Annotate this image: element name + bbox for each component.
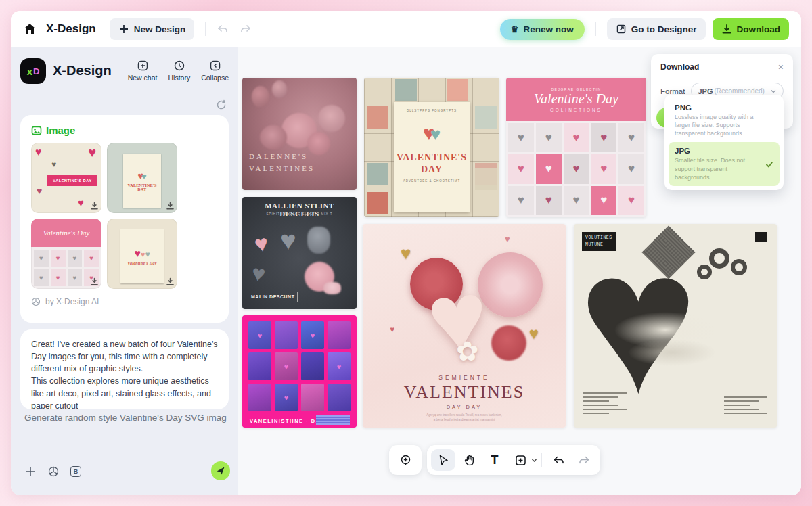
history-icon <box>173 60 185 72</box>
collapse-icon <box>209 60 221 72</box>
new-chat-label: New chat <box>128 74 158 82</box>
canvas-image-volutines[interactable]: ♥ VOLUTINES MUTUNE <box>574 224 777 428</box>
composer-actions: B <box>24 465 81 478</box>
attribution-text: by X-Design AI <box>45 297 99 306</box>
decorative-stripes <box>316 415 350 425</box>
thumb-download-icon[interactable] <box>166 202 175 210</box>
option-name: JPG <box>675 147 773 155</box>
canvas-image-dalennes[interactable]: DALENNE'S VALENTINES <box>242 78 357 190</box>
undo-icon[interactable] <box>217 23 229 35</box>
globe-icon <box>31 297 41 306</box>
image-kicker: SEMIENTE <box>363 374 566 381</box>
collapse-button[interactable]: Collapse <box>201 60 229 82</box>
external-link-icon <box>616 24 627 34</box>
thumbnail-4[interactable]: ♥♥♥ Valentine's Day <box>107 218 177 289</box>
option-description: Smaller file size. Does not support tran… <box>675 156 773 181</box>
text-tool-icon: T <box>491 453 499 467</box>
renew-label: Renew now <box>523 24 573 34</box>
download-icon <box>721 24 732 34</box>
thumbnail-1[interactable]: ♥ ♥ ♥ ♥ ♥ VALENTINE'S DAY <box>31 143 102 213</box>
download-label: Download <box>737 24 781 34</box>
xdesign-logo: xD <box>20 58 46 84</box>
image-subtitle: DAY DAY <box>363 404 566 410</box>
new-design-button[interactable]: New Design <box>110 18 195 40</box>
message-paragraph-2: This collection explores more unique aes… <box>31 375 218 409</box>
thumbnail-3[interactable]: Valentine's Day ♥♥♥♥♥♥♥♥ <box>31 218 102 289</box>
thumb2-caption: VALENTINE'S DAY <box>123 183 161 191</box>
new-chat-button[interactable]: New chat <box>128 60 158 82</box>
refresh-icon[interactable] <box>215 99 227 111</box>
collection-tiles: ♥♥♥♥♥♥♥♥♥♥♥♥♥♥♥ <box>506 121 646 217</box>
image-kicker: DLLSYPFPS FONGRYPTS <box>407 109 457 112</box>
go-to-designer-button[interactable]: Go to Designer <box>607 18 706 40</box>
sidebar-brand: X-Design <box>53 63 128 78</box>
home-icon[interactable] <box>23 22 37 36</box>
thumb3-caption: Valentine's Day <box>43 229 90 237</box>
image-banner: VANELINISTIINE · DAY <box>250 418 324 424</box>
image-title: VALENTINE'S DAY <box>397 152 467 175</box>
message-paragraph-1: Great! I've created a new batch of four … <box>31 338 218 375</box>
format-option-jpg[interactable]: JPG Smaller file size. Does not support … <box>669 142 780 185</box>
canvas-image-vanelinistiine[interactable]: ♥ ♥ ♥ ♥ ♥ VANELINISTIINE · DAY <box>242 315 357 428</box>
micro-text-left <box>583 392 627 417</box>
renew-now-button[interactable]: ♛ Renew now <box>500 19 585 40</box>
undo-tool[interactable] <box>546 449 570 471</box>
image-subtitle: ADVENTDEE & CHODTSTIMT <box>403 179 461 183</box>
topbar-brand: X-Design <box>46 22 96 36</box>
download-button[interactable]: Download <box>713 18 790 40</box>
hand-tool[interactable] <box>457 449 481 471</box>
corner-mark <box>755 232 767 242</box>
close-icon[interactable]: × <box>778 62 784 72</box>
micro-text-right <box>724 396 767 417</box>
format-value: JPG <box>698 87 713 95</box>
thumbnail-2[interactable]: ♥♥ VALENTINE'S DAY <box>107 143 177 213</box>
image-subtitle: COLINETIONS <box>550 108 602 112</box>
image-title: DALENNE'S VALENTINES <box>249 150 315 175</box>
zoom-target-icon <box>399 454 412 467</box>
app-window: X-Design New Design ♛ Renew now Go to De… <box>11 11 801 495</box>
canvas-image-mallien[interactable]: MALLIEN STLINT DESCLEIS SPIHIT I PLEASE … <box>242 197 357 309</box>
undo-icon <box>552 454 565 467</box>
thumb-download-icon[interactable] <box>90 202 99 210</box>
format-label: Format <box>660 87 685 95</box>
prompt-input[interactable] <box>24 413 227 423</box>
image-result-card: Image ♥ ♥ ♥ ♥ ♥ VALENTINE'S DAY ♥♥ VALEN… <box>20 115 229 323</box>
brand-kit-icon[interactable]: B <box>70 466 81 477</box>
format-option-png[interactable]: PNG Lossless image quality with a larger… <box>669 99 780 142</box>
image-caption: MALIN DESCUNT <box>248 292 298 303</box>
chevron-down-icon[interactable] <box>531 457 537 463</box>
canvas-image-valentines-stamps[interactable]: DLLSYPFPS FONGRYPTS ♥♥ VALENTINE'S DAY A… <box>364 78 499 217</box>
thumbnail-grid: ♥ ♥ ♥ ♥ ♥ VALENTINE'S DAY ♥♥ VALENTINE'S… <box>31 143 218 289</box>
redo-icon[interactable] <box>240 23 252 35</box>
attribution-row: by X-Design AI <box>31 297 218 306</box>
hand-icon <box>463 454 476 467</box>
insert-tool[interactable] <box>508 449 533 471</box>
send-button[interactable] <box>211 461 230 480</box>
sphere-icon[interactable] <box>47 465 60 478</box>
send-icon <box>216 466 225 476</box>
chevron-down-icon <box>770 88 777 95</box>
thumb-download-icon[interactable] <box>166 277 175 286</box>
thumb-download-icon[interactable] <box>90 277 99 286</box>
check-icon <box>765 160 773 168</box>
text-tool[interactable]: T <box>482 449 507 471</box>
add-attachment-icon[interactable] <box>24 465 37 478</box>
image-title: Valentine's Day <box>534 91 618 107</box>
canvas-image-semiente[interactable]: ♥ ♥ ♥ ♥ ♥ ✿ SEMIENTE VALENTINES DAY DAY … <box>363 224 566 428</box>
cursor-icon <box>437 454 450 467</box>
image-icon <box>31 125 42 136</box>
crown-icon: ♛ <box>511 24 519 34</box>
history-button[interactable]: History <box>168 60 190 82</box>
option-description: Lossless image quality with a larger fil… <box>675 113 773 137</box>
collection-header: DEJGRAE GELECTIN Valentine's Day COLINET… <box>506 78 646 121</box>
thumb4-caption: Valentine's Day <box>127 261 156 265</box>
image-title: VALENTINES <box>363 382 566 402</box>
redo-tool[interactable] <box>572 449 596 471</box>
canvas-image-collection[interactable]: DEJGRAE GELECTIN Valentine's Day COLINET… <box>506 78 646 217</box>
zoom-tool[interactable] <box>393 449 418 471</box>
new-design-label: New Design <box>134 24 186 34</box>
select-tool[interactable] <box>431 449 455 471</box>
insert-icon <box>514 454 527 467</box>
thumb1-caption: VALENTINE'S DAY <box>47 175 97 186</box>
image-card-header: Image <box>31 124 218 136</box>
